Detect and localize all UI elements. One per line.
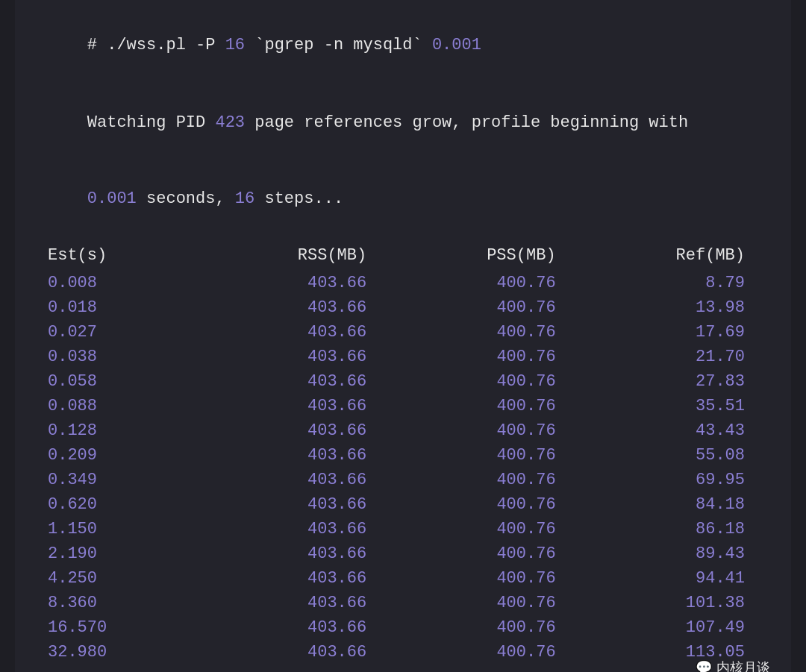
watermark-text: 内核月谈 (716, 659, 770, 672)
col-header-ref: Ref(MB) (569, 243, 758, 271)
table-row: 4.250403.66400.7694.41 (48, 566, 758, 591)
cell-row11-col1: 403.66 (191, 541, 380, 566)
table-row: 0.349403.66400.7669.95 (48, 468, 758, 492)
cell-row4-col1: 403.66 (191, 369, 380, 394)
cell-row3-col0: 0.038 (48, 345, 191, 369)
watch-text-1: Watching PID (87, 113, 216, 132)
wechat-icon: 💬 (696, 659, 712, 672)
cell-row6-col1: 403.66 (191, 418, 380, 443)
cell-row3-col3: 21.70 (569, 345, 758, 369)
cell-row12-col1: 403.66 (191, 566, 380, 591)
table-row: 32.980403.66400.76113.05 (48, 640, 758, 665)
watch-line-1: Watching PID 423 page references grow, p… (48, 85, 758, 161)
pid-value: 423 (215, 113, 245, 132)
table-row: 0.209403.66400.7655.08 (48, 443, 758, 468)
cell-row7-col2: 400.76 (380, 443, 569, 468)
cell-row13-col3: 101.38 (569, 591, 758, 615)
cell-row7-col0: 0.209 (48, 443, 191, 468)
data-table: Est(s) RSS(MB) PSS(MB) Ref(MB) 0.008403.… (48, 243, 758, 665)
p-value: 16 (225, 36, 245, 54)
cell-row14-col1: 403.66 (191, 615, 380, 640)
cell-row2-col2: 400.76 (380, 320, 569, 345)
interval-value: 0.001 (422, 36, 481, 54)
cell-row13-col1: 403.66 (191, 591, 380, 615)
cell-row9-col3: 84.18 (569, 492, 758, 517)
table-row: 0.038403.66400.7621.70 (48, 345, 758, 369)
cell-row4-col0: 0.058 (48, 369, 191, 394)
table-row: 0.620403.66400.7684.18 (48, 492, 758, 517)
cell-row11-col2: 400.76 (380, 541, 569, 566)
cell-row11-col0: 2.190 (48, 541, 191, 566)
cell-row12-col0: 4.250 (48, 566, 191, 591)
cell-row0-col1: 403.66 (191, 271, 380, 295)
cell-row1-col2: 400.76 (380, 295, 569, 320)
col-header-pss: PSS(MB) (380, 243, 569, 271)
cell-row14-col2: 400.76 (380, 615, 569, 640)
table-row: 0.128403.66400.7643.43 (48, 418, 758, 443)
seconds-value: 0.001 (87, 189, 137, 208)
cell-row1-col1: 403.66 (191, 295, 380, 320)
cell-row1-col3: 13.98 (569, 295, 758, 320)
cell-row11-col3: 89.43 (569, 541, 758, 566)
cell-row8-col3: 69.95 (569, 468, 758, 492)
cell-row10-col1: 403.66 (191, 517, 380, 541)
watch-line-2: 0.001 seconds, 16 steps... (48, 161, 758, 237)
table-row: 16.570403.66400.76107.49 (48, 615, 758, 640)
cell-row3-col1: 403.66 (191, 345, 380, 369)
cell-row9-col2: 400.76 (380, 492, 569, 517)
table-row: 0.088403.66400.7635.51 (48, 394, 758, 418)
steps-value: 16 (235, 189, 254, 208)
cell-row0-col0: 0.008 (48, 271, 191, 295)
cell-row15-col2: 400.76 (380, 640, 569, 665)
backtick-open: ` (245, 36, 264, 54)
cell-row8-col2: 400.76 (380, 468, 569, 492)
steps-label: steps... (254, 189, 343, 208)
cell-row6-col3: 43.43 (569, 418, 758, 443)
cell-row2-col0: 0.027 (48, 320, 191, 345)
col-header-rss: RSS(MB) (191, 243, 380, 271)
cell-row9-col0: 0.620 (48, 492, 191, 517)
watermark: 💬 内核月谈 (696, 659, 770, 672)
cell-row9-col1: 403.66 (191, 492, 380, 517)
cell-row4-col2: 400.76 (380, 369, 569, 394)
cell-row0-col3: 8.79 (569, 271, 758, 295)
cell-row2-col1: 403.66 (191, 320, 380, 345)
command-prefix: # ./wss.pl -P (87, 36, 225, 54)
table-row: 8.360403.66400.76101.38 (48, 591, 758, 615)
cell-row3-col2: 400.76 (380, 345, 569, 369)
cell-row15-col0: 32.980 (48, 640, 191, 665)
cell-row6-col0: 0.128 (48, 418, 191, 443)
cell-row12-col3: 94.41 (569, 566, 758, 591)
table-header-row: Est(s) RSS(MB) PSS(MB) Ref(MB) (48, 243, 758, 271)
cell-row5-col3: 35.51 (569, 394, 758, 418)
cell-row14-col0: 16.570 (48, 615, 191, 640)
cell-row5-col1: 403.66 (191, 394, 380, 418)
command-line: # ./wss.pl -P 16 `pgrep -n mysqld` 0.001 (48, 7, 758, 84)
cell-row10-col3: 86.18 (569, 517, 758, 541)
table-row: 1.150403.66400.7686.18 (48, 517, 758, 541)
table-row: 0.008403.66400.768.79 (48, 271, 758, 295)
col-header-est: Est(s) (48, 243, 191, 271)
cell-row8-col0: 0.349 (48, 468, 191, 492)
watch-text-2: page references grow, profile beginning … (245, 113, 688, 132)
cell-row13-col2: 400.76 (380, 591, 569, 615)
cell-row10-col2: 400.76 (380, 517, 569, 541)
cell-row4-col3: 27.83 (569, 369, 758, 394)
cell-row12-col2: 400.76 (380, 566, 569, 591)
pgrep-cmd: pgrep -n mysqld (264, 36, 412, 54)
cell-row14-col3: 107.49 (569, 615, 758, 640)
cell-row7-col1: 403.66 (191, 443, 380, 468)
cell-row5-col0: 0.088 (48, 394, 191, 418)
cell-row8-col1: 403.66 (191, 468, 380, 492)
cell-row1-col0: 0.018 (48, 295, 191, 320)
table-row: 0.058403.66400.7627.83 (48, 369, 758, 394)
cell-row10-col0: 1.150 (48, 517, 191, 541)
terminal-window: # ./wss.pl -P 16 `pgrep -n mysqld` 0.001… (15, 0, 791, 672)
table-row: 0.027403.66400.7617.69 (48, 320, 758, 345)
cell-row13-col0: 8.360 (48, 591, 191, 615)
seconds-label: seconds, (137, 189, 235, 208)
cell-row2-col3: 17.69 (569, 320, 758, 345)
cell-row0-col2: 400.76 (380, 271, 569, 295)
cell-row15-col1: 403.66 (191, 640, 380, 665)
table-row: 2.190403.66400.7689.43 (48, 541, 758, 566)
